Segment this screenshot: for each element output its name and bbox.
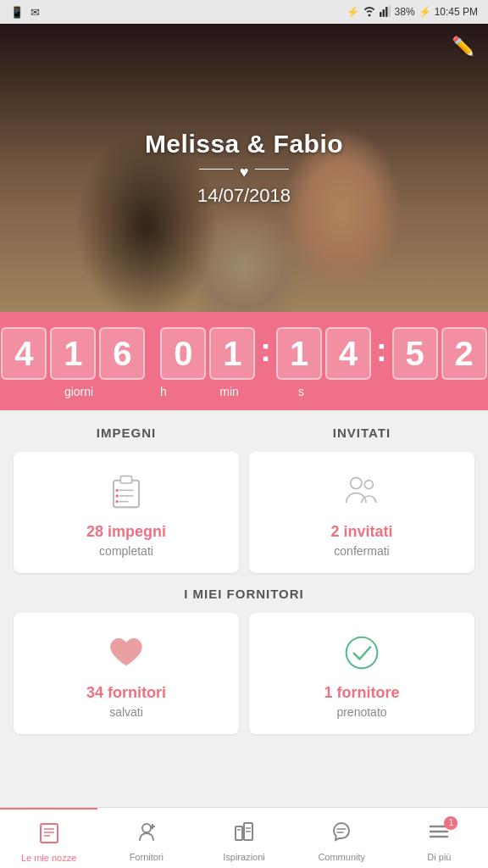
invitati-title: INVITATI (249, 426, 474, 440)
message-icon: ✉ (30, 6, 40, 19)
nav-icon-ispirazioni (232, 820, 256, 849)
svg-point-10 (116, 494, 119, 497)
nav-icon-di-piu: 1 (427, 820, 451, 849)
divider-right (255, 169, 289, 170)
fornitori-prenotato-count: 1 fornitore (324, 684, 399, 702)
day-digit-1: 4 (1, 327, 47, 380)
countdown-labels: giorni h min s (0, 385, 488, 398)
svg-rect-3 (388, 5, 391, 17)
people-icon (341, 470, 383, 513)
colon-1: : (260, 332, 271, 376)
check-circle-icon (341, 632, 383, 674)
nav-label-fornitori: Fornitori (130, 852, 164, 862)
svg-rect-2 (385, 7, 388, 17)
nav-badge-count: 1 (444, 816, 458, 830)
nav-label-nozze: Le mie nozze (21, 853, 76, 863)
wedding-date: 14/07/2018 (197, 185, 291, 207)
edit-button[interactable]: ✏️ (452, 36, 474, 58)
whatsapp-icon: 📱 (10, 6, 24, 19)
nav-label-di-piu: Di più (427, 852, 451, 862)
svg-rect-1 (382, 9, 385, 17)
couple-names: Melissa & Fabio (145, 130, 343, 159)
fornitori-title: I MIEI FORNITORI (14, 587, 474, 601)
svg-point-13 (364, 481, 373, 489)
day-digit-2: 1 (50, 327, 96, 380)
impegni-card[interactable]: 28 impegni completati (14, 452, 239, 573)
lightning-icon: ⚡ (419, 6, 431, 18)
signal-icon (380, 5, 391, 19)
colon-2: : (376, 332, 387, 376)
min-digit-1: 1 (276, 327, 322, 380)
hero-section: Melissa & Fabio ♥ 14/07/2018 ✏️ (0, 24, 488, 312)
bluetooth-icon: ⚡ (347, 6, 359, 18)
svg-rect-15 (41, 824, 58, 843)
svg-point-12 (351, 477, 362, 488)
top-cards-grid: IMPEGNI 28 impegni completati (14, 426, 474, 573)
nav-di-piu[interactable]: 1 Di più (391, 808, 488, 868)
svg-rect-4 (114, 481, 139, 508)
svg-point-11 (116, 500, 119, 503)
status-right: ⚡ 38% ⚡ 10:45 PM (347, 5, 478, 19)
clipboard-icon (105, 470, 147, 513)
nav-icon-community (330, 820, 353, 849)
fornitori-cards-grid: 34 fornitori salvati 1 fornitore prenota… (14, 613, 474, 734)
bottom-nav: Le mie nozze Fornitori Ispirazioni (0, 807, 488, 868)
time-display: 10:45 PM (435, 6, 478, 18)
nav-le-mie-nozze[interactable]: Le mie nozze (0, 808, 97, 868)
nav-icon-fornitori (135, 820, 158, 849)
sec-digit-1: 5 (392, 327, 438, 380)
min-digit-2: 4 (325, 327, 371, 380)
svg-point-14 (347, 637, 378, 669)
impegni-title: IMPEGNI (14, 426, 239, 440)
invitati-card[interactable]: 2 invitati confermati (249, 452, 474, 573)
fornitori-salvati-card[interactable]: 34 fornitori salvati (14, 613, 239, 734)
day-digit-3: 6 (99, 327, 145, 380)
fornitori-salvati-label: salvati (109, 705, 143, 719)
fornitori-prenotato-card[interactable]: 1 fornitore prenotato (249, 613, 474, 734)
impegni-count: 28 impegni (86, 523, 166, 541)
countdown-digits: 4 1 6 0 1 : 1 4 : 5 2 (1, 327, 486, 380)
status-bar: 📱 ✉ ⚡ 38% ⚡ 10:45 PM (0, 0, 488, 24)
hour-digit-1: 0 (160, 327, 206, 380)
hour-digit-2: 1 (209, 327, 255, 380)
nav-label-community: Community (318, 852, 365, 862)
nav-label-ispirazioni: Ispirazioni (223, 852, 265, 862)
fornitori-salvati-count: 34 fornitori (86, 684, 166, 702)
countdown-section: 4 1 6 0 1 : 1 4 : 5 2 giorni h min s (0, 312, 488, 410)
nav-community[interactable]: Community (293, 808, 391, 868)
label-min: min (193, 385, 265, 398)
nav-ispirazioni[interactable]: Ispirazioni (195, 808, 292, 868)
invitati-label: confermati (334, 544, 389, 558)
sec-digit-2: 2 (441, 327, 487, 380)
status-left: 📱 ✉ (10, 6, 40, 19)
heart-icon: ♥ (240, 164, 249, 181)
svg-rect-22 (236, 826, 242, 840)
invitati-count: 2 invitati (330, 523, 392, 541)
svg-rect-0 (380, 12, 382, 17)
fornitori-prenotato-label: prenotato (336, 705, 386, 719)
hero-overlay: Melissa & Fabio ♥ 14/07/2018 (0, 24, 488, 312)
divider-left (199, 169, 233, 170)
main-content: IMPEGNI 28 impegni completati (0, 410, 488, 826)
nav-fornitori[interactable]: Fornitori (97, 808, 195, 868)
label-giorni: giorni (24, 385, 134, 398)
svg-point-9 (116, 489, 119, 492)
fornitori-section: I MIEI FORNITORI 34 fornitori salvati 1 … (0, 580, 488, 741)
impegni-invitati-section: IMPEGNI 28 impegni completati (0, 410, 488, 580)
wifi-icon (363, 5, 376, 19)
impegni-label: completati (99, 544, 153, 558)
svg-point-19 (142, 824, 151, 832)
label-h: h (134, 385, 193, 398)
heart-saved-icon (105, 632, 147, 674)
nav-icon-nozze (37, 821, 61, 850)
svg-rect-5 (120, 476, 131, 483)
label-s: s (265, 385, 337, 398)
battery-text: 38% (395, 6, 415, 18)
